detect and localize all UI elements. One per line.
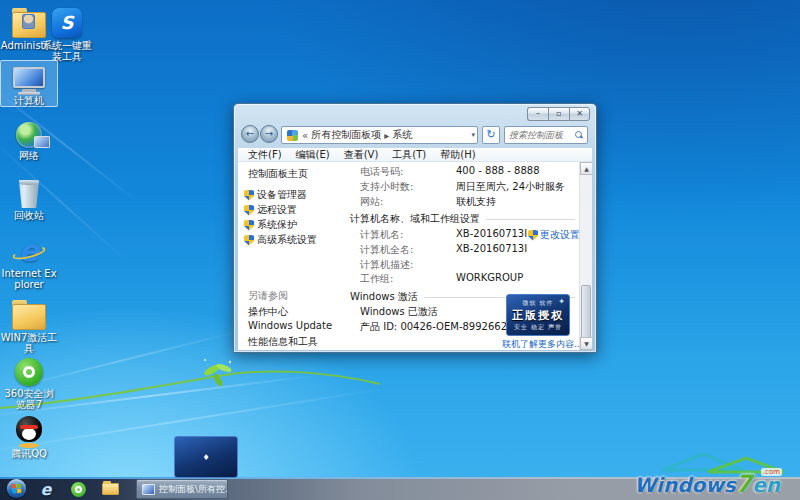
desktop-icon-internet-explorer[interactable]: e Internet Explorer (0, 234, 58, 290)
uac-shield-icon (244, 205, 254, 216)
uac-shield-icon (528, 230, 538, 241)
address-bar[interactable]: « 所有控制面板项 ▸ 系统 ▾ (281, 126, 478, 144)
desktop-icon-qq[interactable]: 腾讯QQ (0, 414, 58, 459)
learn-more-online-link[interactable]: 联机了解更多内容... (502, 338, 583, 350)
sidebar-item-windows-update[interactable]: Windows Update (248, 320, 332, 331)
sidebar-item-remote-settings[interactable]: 远程设置 (244, 203, 297, 217)
workgroup-label: 工作组: (360, 272, 393, 286)
section-windows-activation-header: Windows 激活 (350, 290, 418, 304)
watermark-com: .com (761, 468, 782, 476)
sidebar: 控制面板主页 设备管理器 远程设置 系统保护 高级系统设置 另请参阅 (238, 162, 344, 350)
desktop-icon-win7-activator[interactable]: ♦ WIN7激活工具 (0, 298, 58, 354)
desktop-icon-360-browser[interactable]: 360安全浏览器7 (0, 354, 58, 410)
forward-button[interactable]: → (260, 125, 278, 143)
sidebar-item-advanced-system-settings[interactable]: 高级系统设置 (244, 233, 317, 247)
scrollbar-thumb[interactable] (581, 285, 591, 343)
change-settings[interactable]: 更改设置 (528, 228, 580, 242)
sidebar-item-action-center[interactable]: 操作中心 (248, 305, 288, 319)
sidebar-item-label: 远程设置 (257, 203, 297, 217)
sidebar-see-also-header: 另请参阅 (248, 289, 288, 303)
badge-main-text: 正版授权 (507, 308, 569, 323)
activation-status: Windows 已激活 (360, 305, 438, 319)
menu-view[interactable]: 查看(V) (344, 148, 379, 162)
back-button[interactable]: ← (241, 125, 259, 143)
desktop-icon-system-reinstall[interactable]: S 系统一键重装工具 (38, 6, 96, 62)
recycle-bin-icon (17, 180, 41, 208)
minimize-button[interactable]: – (527, 107, 548, 121)
menu-bar: 文件(F) 编辑(E) 查看(V) 工具(T) 帮助(H) (238, 148, 592, 162)
computer-icon (142, 484, 155, 495)
watermark-text: Windows7en (634, 470, 780, 498)
taskbar-task-control-panel[interactable]: 控制面板\所有控... (136, 479, 228, 499)
desktop: Administr... S 系统一键重装工具 计算机 网络 回收站 e Int… (0, 0, 800, 500)
computer-description-label: 计算机描述: (360, 258, 413, 272)
computer-fullname-value: XB-20160713I (456, 243, 527, 254)
support-hours-value: 周日至周六, 24小时服务 (456, 180, 565, 194)
desktop-icon-label: 网络 (0, 150, 58, 161)
sidebar-item-control-panel-home[interactable]: 控制面板主页 (248, 167, 308, 181)
win7-activator-icon: ♦ (12, 304, 46, 330)
genuine-software-badge[interactable]: ✦ 微软 软件 正版授权 安全 稳定 声誉 (506, 294, 570, 336)
section-rule (486, 219, 575, 220)
system-info-pane: 电话号码: 400 - 888 - 8888 支持小时数: 周日至周六, 24小… (344, 162, 579, 350)
uac-shield-icon (244, 190, 254, 201)
uac-shield-icon (244, 220, 254, 231)
address-dropdown-icon[interactable]: ▾ (471, 131, 475, 139)
desktop-icon-computer[interactable]: 计算机 (0, 60, 58, 107)
sidebar-item-label: 系统保护 (257, 218, 297, 232)
internet-explorer-icon: e (41, 480, 52, 499)
menu-help[interactable]: 帮助(H) (440, 148, 475, 162)
sidebar-item-label: 设备管理器 (257, 188, 307, 202)
close-button[interactable]: ✕ (569, 107, 590, 121)
vertical-scrollbar[interactable]: ▲ ▼ (579, 162, 592, 350)
section-computer-name-header: 计算机名称、域和工作组设置 (350, 212, 480, 226)
breadcrumb-all-control-panel-items[interactable]: 所有控制面板项 (311, 128, 381, 142)
navigation-bar: ← → « 所有控制面板项 ▸ 系统 ▾ ↻ (238, 122, 592, 148)
badge-top-text: 微软 软件 (507, 299, 569, 308)
scroll-up-arrow[interactable]: ▲ (580, 162, 592, 175)
search-icon[interactable] (575, 131, 583, 139)
task-button-label: 控制面板\所有控... (159, 483, 228, 496)
sidebar-item-device-manager[interactable]: 设备管理器 (244, 188, 307, 202)
taskbar-internet-explorer[interactable]: e (36, 479, 56, 499)
sidebar-item-label: 高级系统设置 (257, 233, 317, 247)
taskbar-explorer[interactable] (100, 479, 120, 499)
scroll-down-arrow[interactable]: ▼ (580, 337, 592, 350)
search-input[interactable] (509, 130, 575, 140)
desktop-icon-label: 回收站 (0, 210, 58, 221)
360-browser-icon (15, 358, 43, 386)
system-control-panel-window: – ▫ ✕ ← → « 所有控制面板项 ▸ 系统 ▾ ↻ 文件(F) 编辑(E) (233, 103, 597, 353)
sidebar-item-performance-tools[interactable]: 性能信息和工具 (248, 335, 318, 349)
computer-icon (13, 67, 45, 93)
uac-shield-icon (244, 235, 254, 246)
maximize-button[interactable]: ▫ (548, 107, 569, 121)
menu-tools[interactable]: 工具(T) (392, 148, 426, 162)
website-label: 网站: (360, 195, 383, 209)
desktop-icon-label: WIN7激活工具 (0, 332, 58, 354)
control-panel-icon (287, 130, 298, 141)
menu-file[interactable]: 文件(F) (248, 148, 282, 162)
desktop-icon-label: Internet Explorer (0, 268, 58, 290)
desktop-icon-label: 360安全浏览器7 (0, 388, 58, 410)
window-caption-buttons: – ▫ ✕ (527, 107, 590, 121)
change-settings-link[interactable]: 更改设置 (540, 228, 580, 242)
desktop-icon-label: 系统一键重装工具 (38, 40, 96, 62)
computer-fullname-label: 计算机全名: (360, 243, 413, 257)
window-content: 控制面板主页 设备管理器 远程设置 系统保护 高级系统设置 另请参阅 (238, 162, 592, 350)
desktop-icon-network[interactable]: 网络 (0, 116, 58, 161)
taskbar-360-browser[interactable] (68, 479, 88, 499)
start-button[interactable] (7, 479, 26, 498)
online-support-link[interactable]: 联机支持 (456, 195, 496, 209)
computer-name-label: 计算机名: (360, 228, 403, 242)
menu-edit[interactable]: 编辑(E) (296, 148, 330, 162)
workgroup-value: WORKGROUP (456, 272, 523, 283)
desktop-icon-recycle-bin[interactable]: 回收站 (0, 176, 58, 221)
refresh-button[interactable]: ↻ (482, 126, 500, 144)
phone-value: 400 - 888 - 8888 (456, 165, 540, 176)
desktop-icon-label: 计算机 (1, 95, 57, 106)
sidebar-item-system-protection[interactable]: 系统保护 (244, 218, 297, 232)
breadcrumb-overflow[interactable]: « (302, 130, 308, 141)
360-browser-icon (71, 482, 86, 497)
breadcrumb-system[interactable]: 系统 (392, 128, 412, 142)
search-box[interactable] (504, 126, 588, 144)
